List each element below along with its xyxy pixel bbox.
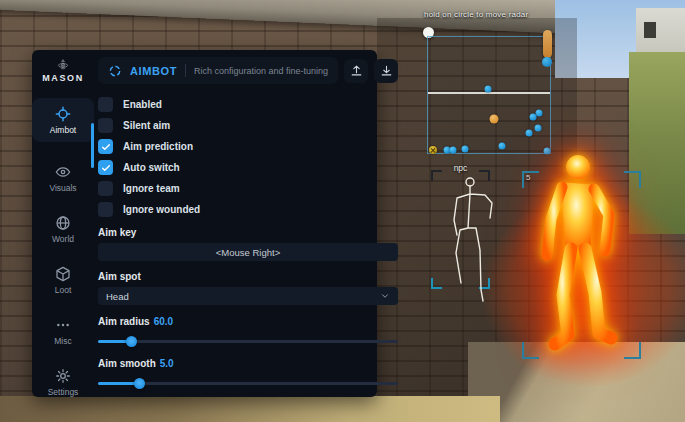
- sidebar-item-label: Loot: [55, 285, 72, 295]
- eye-icon: [55, 164, 71, 180]
- sidebar-item-settings[interactable]: Settings: [32, 368, 94, 397]
- radar-dot-blue: [485, 86, 492, 93]
- check-icon: [101, 163, 111, 173]
- toggle-list: Enabled Silent aim Aim prediction Auto s…: [98, 97, 398, 217]
- download-icon: [380, 64, 393, 77]
- radar-dot-blue: [530, 114, 537, 121]
- aim-key-button[interactable]: <Mouse Right>: [98, 243, 398, 261]
- gear-icon: [55, 368, 71, 384]
- aim-spot-select[interactable]: Head: [98, 287, 398, 305]
- globe-icon: [55, 215, 71, 231]
- radar[interactable]: [427, 36, 551, 154]
- slider-fill: [98, 382, 139, 385]
- export-config-button[interactable]: [374, 59, 398, 83]
- cheat-menu-panel: MASON Aimbot Visuals World Loot: [32, 50, 377, 397]
- aim-radius-value: 60.0: [154, 316, 173, 327]
- bracket-corner-icon: [522, 342, 539, 359]
- toggle-row-ignore-team: Ignore team: [98, 181, 398, 196]
- crosshair-icon: [55, 106, 71, 122]
- sidebar-item-loot[interactable]: Loot: [32, 266, 94, 295]
- sidebar-item-world[interactable]: World: [32, 215, 94, 244]
- upload-icon: [350, 64, 363, 77]
- ellipsis-icon: [55, 317, 71, 333]
- toggle-label: Ignore wounded: [123, 204, 200, 215]
- toggle-row-silent-aim: Silent aim: [98, 118, 398, 133]
- sidebar-item-visuals[interactable]: Visuals: [32, 164, 94, 193]
- radar-dot-orange: [490, 115, 499, 124]
- skeleton-esp-icon: [430, 168, 500, 303]
- aim-radius-label: Aim radius: [98, 316, 150, 327]
- building-window: [644, 22, 656, 38]
- world-object-marker: [543, 30, 552, 58]
- sidebar-item-label: Settings: [48, 387, 79, 397]
- bracket-corner-icon: [522, 171, 539, 188]
- sidebar-item-label: Visuals: [49, 183, 76, 193]
- radar-dot-blue: [450, 147, 457, 154]
- checkbox-enabled[interactable]: [98, 97, 113, 112]
- page-title-bar: AIMBOT Rich configuration and fine-tunin…: [98, 57, 338, 84]
- aim-smooth-label: Aim smooth: [98, 358, 156, 369]
- sidebar-item-label: World: [52, 234, 74, 244]
- check-icon: [101, 142, 111, 152]
- radar-dot-blue: [499, 143, 506, 150]
- brand-name: MASON: [42, 73, 84, 83]
- sidebar: MASON Aimbot Visuals World Loot: [32, 50, 94, 397]
- mason-logo-icon: [43, 59, 83, 70]
- bracket-corner-icon: [624, 342, 641, 359]
- aim-radius-slider[interactable]: [98, 340, 398, 343]
- page-title: AIMBOT: [130, 65, 177, 77]
- aim-key-label: Aim key: [98, 227, 398, 238]
- radar-dot-blue: [526, 130, 533, 137]
- bracket-corner-icon: [624, 171, 641, 188]
- chevron-down-icon: [380, 291, 390, 301]
- radar-hint-text: hold on circle to move radar: [424, 10, 564, 19]
- sidebar-item-aimbot[interactable]: Aimbot: [32, 98, 94, 142]
- checkbox-auto-switch[interactable]: [98, 160, 113, 175]
- aim-smooth-group: Aim smooth5.0: [98, 358, 398, 389]
- radar-dot-downed: [429, 146, 437, 154]
- sidebar-item-misc[interactable]: Misc: [32, 317, 94, 346]
- toggle-label: Enabled: [123, 99, 162, 110]
- checkbox-ignore-team[interactable]: [98, 181, 113, 196]
- aim-spot-value: Head: [106, 291, 129, 302]
- toggle-row-ignore-wounded: Ignore wounded: [98, 202, 398, 217]
- sidebar-item-label: Misc: [54, 336, 71, 346]
- world-marker-dot: [542, 57, 552, 67]
- checkbox-aim-prediction[interactable]: [98, 139, 113, 154]
- aim-radius-slider-thumb[interactable]: [126, 336, 137, 347]
- toggle-label: Aim prediction: [123, 141, 193, 152]
- sidebar-item-label: Aimbot: [50, 125, 76, 135]
- toggle-row-auto-switch: Auto switch: [98, 160, 398, 175]
- toggle-row-enabled: Enabled: [98, 97, 398, 112]
- aim-smooth-slider-thumb[interactable]: [134, 378, 145, 389]
- ground-straw: [0, 396, 500, 422]
- aim-smooth-value: 5.0: [160, 358, 174, 369]
- page-header: AIMBOT Rich configuration and fine-tunin…: [98, 57, 398, 84]
- toggle-row-aim-prediction: Aim prediction: [98, 139, 398, 154]
- aim-spot-label: Aim spot: [98, 271, 398, 282]
- cube-icon: [55, 266, 71, 282]
- page-subtitle: Rich configuration and fine-tuning: [194, 66, 328, 76]
- toggle-label: Auto switch: [123, 162, 180, 173]
- toggle-label: Silent aim: [123, 120, 170, 131]
- ring-icon: [108, 64, 122, 78]
- radar-dot-blue: [535, 125, 542, 132]
- radar-dot-blue: [536, 110, 543, 117]
- title-divider: [185, 64, 186, 77]
- active-tab-indicator: [91, 123, 94, 168]
- import-config-button[interactable]: [344, 59, 368, 83]
- toggle-label: Ignore team: [123, 183, 180, 194]
- radar-dot-blue: [462, 146, 469, 153]
- checkbox-ignore-wounded[interactable]: [98, 202, 113, 217]
- aim-radius-group: Aim radius60.0: [98, 316, 398, 347]
- checkbox-silent-aim[interactable]: [98, 118, 113, 133]
- aimbot-page: AIMBOT Rich configuration and fine-tunin…: [94, 50, 403, 397]
- esp-player-bracket: [522, 171, 641, 359]
